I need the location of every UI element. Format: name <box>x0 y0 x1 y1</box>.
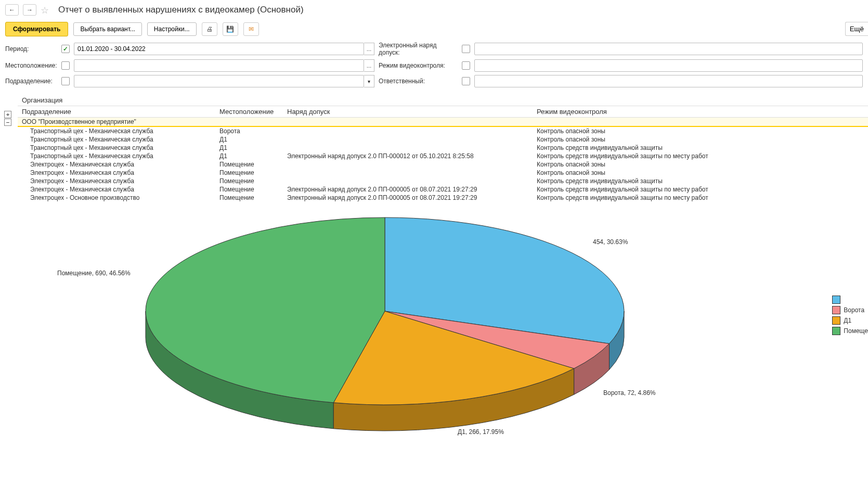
arrow-left-icon: ← <box>9 6 15 14</box>
mode-label: Режим видеоконтроля: <box>379 62 458 69</box>
save-button[interactable]: 💾 <box>223 22 238 36</box>
responsible-label: Ответственный: <box>379 78 458 85</box>
legend-item: Д1 <box>832 316 868 325</box>
location-input[interactable] <box>74 59 364 72</box>
table-row[interactable]: Электроцех - Механическая службаПомещени… <box>18 160 868 169</box>
pie-label-d1: Д1, 266, 17.95% <box>458 428 504 436</box>
table-row[interactable]: Транспортный цех - Механическая службаД1… <box>18 144 868 152</box>
pie-chart: 454, 30.63% Ворота, 72, 4.86% Д1, 266, 1… <box>21 212 847 462</box>
legend-item <box>832 296 868 304</box>
table-row[interactable]: Электроцех - Механическая службаПомещени… <box>18 169 868 177</box>
table-row[interactable]: Транспортный цех - Механическая службаД1… <box>18 135 868 144</box>
org-row[interactable]: ООО "Производственное предприятие" <box>18 118 868 127</box>
mode-checkbox[interactable] <box>462 61 470 70</box>
tree-expand-all-button[interactable]: + <box>4 111 11 118</box>
period-picker-button[interactable]: … <box>364 43 374 55</box>
ework-label: Электронный наряд допуск: <box>379 42 458 56</box>
location-label: Местоположение: <box>5 62 57 69</box>
print-icon: 🖨 <box>206 25 213 33</box>
pie-label-vorota: Ворота, 72, 4.86% <box>603 389 656 397</box>
report-table: Организация Подразделение Местоположение… <box>18 95 868 202</box>
ework-input[interactable] <box>474 43 863 55</box>
page-title: Отчет о выявленных нарушениях с видеокам… <box>58 5 304 15</box>
save-icon: 💾 <box>226 25 234 33</box>
period-checkbox[interactable] <box>61 45 70 53</box>
col-subdivision: Подразделение <box>18 106 215 118</box>
pie-label-empty: 454, 30.63% <box>593 238 628 246</box>
arrow-right-icon: → <box>27 6 33 14</box>
more-button[interactable]: Ещё <box>845 22 868 36</box>
department-dropdown-button[interactable]: ▾ <box>364 75 374 87</box>
back-button[interactable]: ← <box>5 4 19 16</box>
pie-label-room: Помещение, 690, 46.56% <box>57 270 131 277</box>
table-row[interactable]: Транспортный цех - Механическая службаВо… <box>18 126 868 135</box>
table-row[interactable]: Электроцех - Основное производствоПомеще… <box>18 194 868 202</box>
email-icon: ✉ <box>249 25 254 33</box>
responsible-checkbox[interactable] <box>462 77 470 85</box>
print-button[interactable]: 🖨 <box>202 22 217 36</box>
col-location: Местоположение <box>215 106 283 118</box>
generate-button[interactable]: Сформировать <box>5 22 68 36</box>
legend-item: Помещение <box>832 327 868 335</box>
legend-item: Ворота <box>832 306 868 314</box>
org-header: Организация <box>18 95 868 106</box>
department-checkbox[interactable] <box>61 77 70 85</box>
mode-input[interactable] <box>474 59 863 72</box>
ework-checkbox[interactable] <box>462 45 470 53</box>
location-checkbox[interactable] <box>61 61 70 70</box>
col-workorder: Наряд допуск <box>283 106 533 118</box>
col-mode: Режим видеоконтроля <box>533 106 868 118</box>
star-icon[interactable]: ☆ <box>41 5 51 15</box>
table-row[interactable]: Транспортный цех - Механическая службаД1… <box>18 152 868 160</box>
table-row[interactable]: Электроцех - Механическая службаПомещени… <box>18 185 868 194</box>
department-label: Подразделение: <box>5 78 57 85</box>
period-input[interactable] <box>74 43 364 55</box>
table-row[interactable]: Электроцех - Механическая службаПомещени… <box>18 177 868 185</box>
location-picker-button[interactable]: … <box>364 59 374 72</box>
responsible-input[interactable] <box>474 75 863 87</box>
period-label: Период: <box>5 45 57 53</box>
choose-variant-button[interactable]: Выбрать вариант... <box>73 22 141 36</box>
tree-collapse-button[interactable]: − <box>4 119 11 126</box>
email-button[interactable]: ✉ <box>243 22 259 36</box>
forward-button[interactable]: → <box>23 4 36 16</box>
department-input[interactable] <box>74 75 364 87</box>
chart-legend: ВоротаД1Помещение <box>832 296 868 337</box>
settings-button[interactable]: Настройки... <box>147 22 197 36</box>
